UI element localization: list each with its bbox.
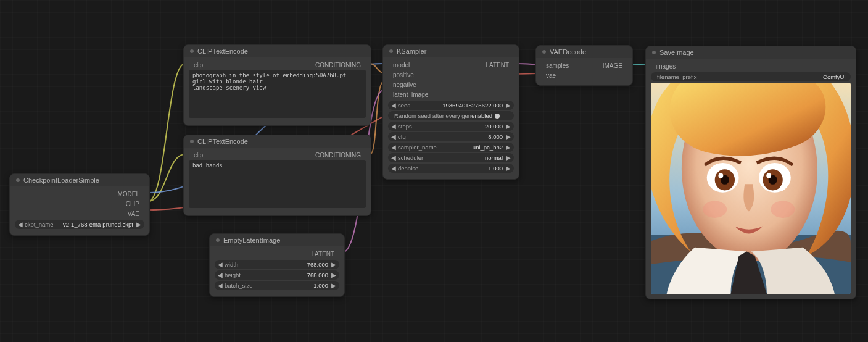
filename-prefix-widget[interactable]: filename_prefix ComfyUI [651, 72, 851, 81]
output-latent[interactable]: LATENT [486, 62, 514, 69]
random-seed-toggle[interactable]: Random seed after every gen enabled [388, 111, 514, 120]
arrow-right-icon[interactable]: ▶ [505, 144, 511, 151]
input-vae[interactable]: vae [541, 72, 556, 79]
arrow-left-icon[interactable]: ◀ [391, 102, 397, 109]
title-text: CLIPTextEncode [197, 138, 248, 145]
node-title[interactable]: VAEDecode [536, 46, 632, 58]
collapse-dot-icon[interactable] [542, 50, 546, 54]
title-text: KSampler [397, 48, 426, 55]
arrow-right-icon[interactable]: ▶ [331, 282, 337, 289]
arrow-left-icon[interactable]: ◀ [217, 282, 223, 289]
node-vae-decode[interactable]: VAEDecode samples IMAGE vae [535, 45, 633, 86]
input-model[interactable]: model [388, 62, 410, 69]
svg-point-9 [766, 173, 771, 178]
prompt-text-input[interactable] [189, 70, 366, 118]
output-vae[interactable]: VAE [128, 211, 144, 217]
arrow-right-icon[interactable]: ▶ [505, 102, 511, 109]
cfg-widget[interactable]: ◀ cfg 8.000 ▶ [388, 132, 514, 141]
output-model[interactable]: MODEL [117, 191, 144, 198]
node-title[interactable]: KSampler [383, 45, 519, 57]
collapse-dot-icon[interactable] [190, 140, 194, 143]
node-title[interactable]: CLIPTextEncode [184, 45, 371, 57]
node-ksampler[interactable]: KSampler model LATENT positive negative … [382, 44, 519, 180]
title-text: CheckpointLoaderSimple [23, 177, 99, 184]
output-latent[interactable]: LATENT [311, 251, 339, 257]
svg-point-8 [719, 173, 724, 178]
title-text: EmptyLatentImage [223, 236, 280, 244]
collapse-dot-icon[interactable] [216, 238, 220, 242]
input-positive[interactable]: positive [388, 72, 414, 78]
svg-point-10 [703, 201, 727, 218]
collapse-dot-icon[interactable] [389, 49, 393, 53]
input-latent-image[interactable]: latent_image [388, 91, 428, 98]
input-negative[interactable]: negative [388, 81, 416, 88]
node-title[interactable]: CLIPTextEncode [184, 135, 371, 148]
output-clip[interactable]: CLIP [126, 201, 144, 207]
node-title[interactable]: CheckpointLoaderSimple [10, 174, 149, 186]
prompt-text-input[interactable] [189, 160, 366, 208]
collapse-dot-icon[interactable] [652, 51, 656, 54]
arrow-right-icon[interactable]: ▶ [331, 272, 337, 278]
arrow-right-icon[interactable]: ▶ [505, 123, 511, 130]
node-title[interactable]: EmptyLatentImage [210, 234, 344, 246]
arrow-left-icon[interactable]: ◀ [391, 123, 397, 130]
node-checkpoint-loader[interactable]: CheckpointLoaderSimple MODEL CLIP VAE ◀ … [9, 173, 150, 236]
denoise-widget[interactable]: ◀ denoise 1.000 ▶ [388, 164, 514, 173]
arrow-right-icon[interactable]: ▶ [505, 154, 511, 161]
arrow-left-icon[interactable]: ◀ [391, 144, 397, 151]
output-image-preview[interactable] [651, 83, 851, 294]
batch-size-widget[interactable]: ◀ batch_size 1.000 ▶ [215, 281, 339, 290]
node-clip-text-encode-positive[interactable]: CLIPTextEncode clip CONDITIONING [183, 44, 371, 126]
sampler-name-widget[interactable]: ◀ sampler_name uni_pc_bh2 ▶ [388, 143, 514, 152]
arrow-right-icon[interactable]: ▶ [136, 221, 142, 228]
svg-point-11 [771, 201, 795, 218]
arrow-left-icon[interactable]: ◀ [217, 261, 223, 268]
arrow-right-icon[interactable]: ▶ [505, 165, 511, 172]
arrow-right-icon[interactable]: ▶ [505, 133, 511, 140]
title-text: CLIPTextEncode [197, 48, 248, 55]
input-clip[interactable]: clip [189, 152, 203, 159]
title-text: VAEDecode [550, 48, 586, 56]
output-image[interactable]: IMAGE [603, 62, 627, 69]
height-widget[interactable]: ◀ height 768.000 ▶ [215, 270, 339, 280]
ckpt-name-widget[interactable]: ◀ ckpt_name v2-1_768-ema-pruned.ckpt ▶ [15, 220, 144, 229]
node-empty-latent-image[interactable]: EmptyLatentImage LATENT ◀ width 768.000 … [209, 233, 345, 297]
input-clip[interactable]: clip [189, 62, 203, 69]
input-images[interactable]: images [651, 63, 676, 70]
output-conditioning[interactable]: CONDITIONING [315, 62, 366, 69]
title-text: SaveImage [659, 49, 694, 56]
scheduler-widget[interactable]: ◀ scheduler normal ▶ [388, 153, 514, 162]
arrow-left-icon[interactable]: ◀ [391, 165, 397, 172]
arrow-left-icon[interactable]: ◀ [17, 221, 23, 228]
collapse-dot-icon[interactable] [16, 178, 20, 182]
arrow-right-icon[interactable]: ▶ [331, 261, 337, 268]
node-clip-text-encode-negative[interactable]: CLIPTextEncode clip CONDITIONING [183, 135, 371, 216]
toggle-dot-icon [495, 114, 500, 119]
arrow-left-icon[interactable]: ◀ [391, 154, 397, 161]
seed-widget[interactable]: ◀ seed 193694018275622.000 ▶ [388, 101, 514, 110]
arrow-left-icon[interactable]: ◀ [217, 272, 223, 278]
width-widget[interactable]: ◀ width 768.000 ▶ [215, 260, 339, 269]
output-conditioning[interactable]: CONDITIONING [315, 152, 366, 159]
input-samples[interactable]: samples [541, 62, 569, 69]
arrow-left-icon[interactable]: ◀ [391, 133, 397, 140]
steps-widget[interactable]: ◀ steps 20.000 ▶ [388, 122, 514, 131]
collapse-dot-icon[interactable] [190, 49, 194, 53]
node-title[interactable]: SaveImage [646, 46, 856, 59]
node-save-image[interactable]: SaveImage images filename_prefix ComfyUI [645, 46, 856, 299]
